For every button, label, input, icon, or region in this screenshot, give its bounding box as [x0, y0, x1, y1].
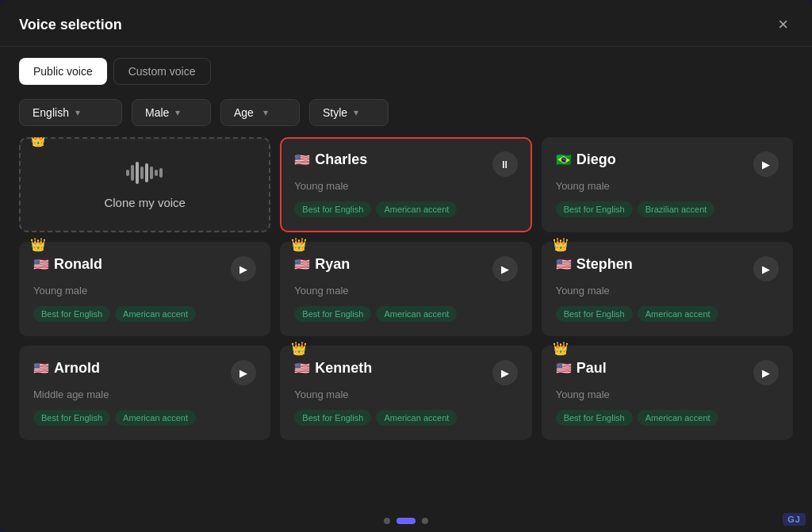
play-button-stephen[interactable]: ▶ — [753, 256, 779, 281]
tag-best-english: Best for English — [556, 410, 633, 426]
br-flag-icon: 🇧🇷 — [556, 152, 572, 167]
play-button-arnold[interactable]: ▶ — [231, 360, 256, 385]
tag-american-accent: American accent — [638, 410, 718, 426]
voice-card-arnold[interactable]: 🇺🇸 Arnold ▶ Middle age male Best for Eng… — [19, 346, 270, 440]
ronald-tags: Best for English American accent — [33, 306, 256, 322]
gender-filter[interactable]: Male ▾ — [132, 99, 211, 126]
stephen-sub: Young male — [556, 285, 779, 297]
voice-card-ryan[interactable]: 👑 🇺🇸 Ryan ▶ Young male Best for English … — [280, 242, 531, 336]
pause-button-charles[interactable]: ⏸ — [492, 151, 518, 177]
voice-grid: 👑 Clone my voice 🇺🇸 — [0, 137, 812, 510]
clone-label: Clone my voice — [104, 196, 186, 209]
clone-voice-card[interactable]: 👑 Clone my voice — [19, 137, 270, 232]
svg-rect-4 — [145, 163, 148, 182]
tag-american-accent: American accent — [376, 306, 457, 322]
crown-icon: 👑 — [553, 341, 569, 356]
gj-badge: GJ — [783, 513, 806, 526]
kenneth-name: 🇺🇸 Kenneth — [294, 360, 372, 377]
tab-custom-voice[interactable]: Custom voice — [113, 58, 211, 85]
crown-icon: 👑 — [30, 237, 46, 252]
tag-best-english: Best for English — [33, 306, 110, 322]
paul-tags: Best for English American accent — [556, 410, 779, 426]
charles-tags: Best for English American accent — [294, 201, 517, 217]
gender-filter-value: Male — [145, 106, 169, 119]
paul-sub: Young male — [556, 388, 779, 400]
tag-american-accent: American accent — [115, 410, 196, 426]
modal-footer — [0, 510, 812, 532]
age-filter[interactable]: Age ▾ — [220, 99, 300, 126]
svg-rect-3 — [140, 166, 144, 179]
tag-brazilian-accent: Brazilian accent — [638, 201, 715, 217]
crown-icon: 👑 — [553, 237, 569, 252]
stephen-tags: Best for English American accent — [556, 306, 779, 322]
modal-header: Voice selection × — [0, 0, 812, 47]
play-button-paul[interactable]: ▶ — [753, 360, 779, 385]
kenneth-tags: Best for English American accent — [294, 410, 517, 426]
chevron-down-icon: ▾ — [175, 107, 197, 118]
crown-icon: 👑 — [291, 237, 307, 252]
style-filter-value: Style — [323, 106, 347, 119]
voice-card-paul[interactable]: 👑 🇺🇸 Paul ▶ Young male Best for English … — [542, 346, 793, 440]
us-flag-icon: 🇺🇸 — [294, 257, 310, 272]
chevron-down-icon: ▾ — [75, 107, 109, 118]
ronald-name: 🇺🇸 Ronald — [33, 256, 102, 273]
tag-best-english: Best for English — [33, 410, 110, 426]
tag-best-english: Best for English — [556, 306, 633, 322]
voice-card-ronald[interactable]: 👑 🇺🇸 Ronald ▶ Young male Best for Englis… — [19, 242, 270, 336]
svg-rect-7 — [159, 168, 163, 178]
diego-tags: Best for English Brazilian accent — [556, 201, 779, 217]
play-button-kenneth[interactable]: ▶ — [492, 360, 518, 385]
ronald-sub: Young male — [33, 285, 256, 297]
filter-bar: English ▾ Male ▾ Age ▾ Style ▾ — [0, 93, 812, 137]
tag-best-english: Best for English — [294, 410, 371, 426]
chevron-down-icon: ▾ — [354, 107, 375, 118]
age-filter-value: Age — [234, 106, 257, 119]
us-flag-icon: 🇺🇸 — [556, 257, 572, 272]
charles-name: 🇺🇸 Charles — [294, 151, 367, 168]
arnold-name: 🇺🇸 Arnold — [33, 360, 100, 377]
pagination-dot-active — [396, 518, 416, 524]
style-filter[interactable]: Style ▾ — [309, 99, 389, 126]
paul-name: 🇺🇸 Paul — [556, 360, 607, 377]
us-flag-icon: 🇺🇸 — [294, 361, 310, 376]
voice-card-charles[interactable]: 🇺🇸 Charles ⏸ Young male Best for English… — [280, 137, 531, 232]
arnold-tags: Best for English American accent — [33, 410, 256, 426]
svg-rect-5 — [150, 166, 153, 179]
play-button-ronald[interactable]: ▶ — [231, 256, 256, 281]
us-flag-icon: 🇺🇸 — [33, 257, 49, 272]
stephen-name: 🇺🇸 Stephen — [556, 256, 633, 273]
language-filter[interactable]: English ▾ — [19, 99, 122, 126]
play-button-diego[interactable]: ▶ — [753, 151, 779, 177]
voice-card-diego[interactable]: 🇧🇷 Diego ▶ Young male Best for English B… — [542, 137, 793, 232]
ryan-name: 🇺🇸 Ryan — [294, 256, 350, 273]
arnold-sub: Middle age male — [33, 388, 256, 400]
us-flag-icon: 🇺🇸 — [294, 152, 310, 167]
svg-rect-2 — [136, 162, 139, 184]
diego-name: 🇧🇷 Diego — [556, 151, 616, 168]
svg-rect-6 — [155, 170, 158, 176]
pagination-dot — [384, 518, 390, 524]
close-button[interactable]: × — [773, 14, 793, 35]
waveform-icon — [126, 160, 164, 191]
tag-american-accent: American accent — [638, 306, 718, 322]
ryan-sub: Young male — [294, 285, 517, 297]
language-filter-value: English — [33, 106, 69, 119]
tag-best-english: Best for English — [556, 201, 633, 217]
tab-bar: Public voice Custom voice — [0, 47, 812, 93]
pagination-dot — [422, 518, 428, 524]
voice-card-stephen[interactable]: 👑 🇺🇸 Stephen ▶ Young male Best for Engli… — [542, 242, 793, 336]
voice-card-kenneth[interactable]: 👑 🇺🇸 Kenneth ▶ Young male Best for Engli… — [280, 346, 531, 440]
play-button-ryan[interactable]: ▶ — [492, 256, 518, 281]
charles-sub: Young male — [294, 180, 517, 192]
diego-sub: Young male — [556, 180, 779, 192]
chevron-down-icon: ▾ — [263, 107, 286, 118]
ryan-tags: Best for English American accent — [294, 306, 517, 322]
us-flag-icon: 🇺🇸 — [33, 361, 49, 376]
svg-rect-0 — [126, 170, 129, 176]
svg-rect-1 — [131, 165, 134, 181]
kenneth-sub: Young male — [294, 388, 517, 400]
tag-best-english: Best for English — [294, 306, 371, 322]
tab-public-voice[interactable]: Public voice — [19, 58, 107, 85]
crown-icon: 👑 — [30, 137, 46, 147]
tag-american-accent: American accent — [376, 410, 457, 426]
